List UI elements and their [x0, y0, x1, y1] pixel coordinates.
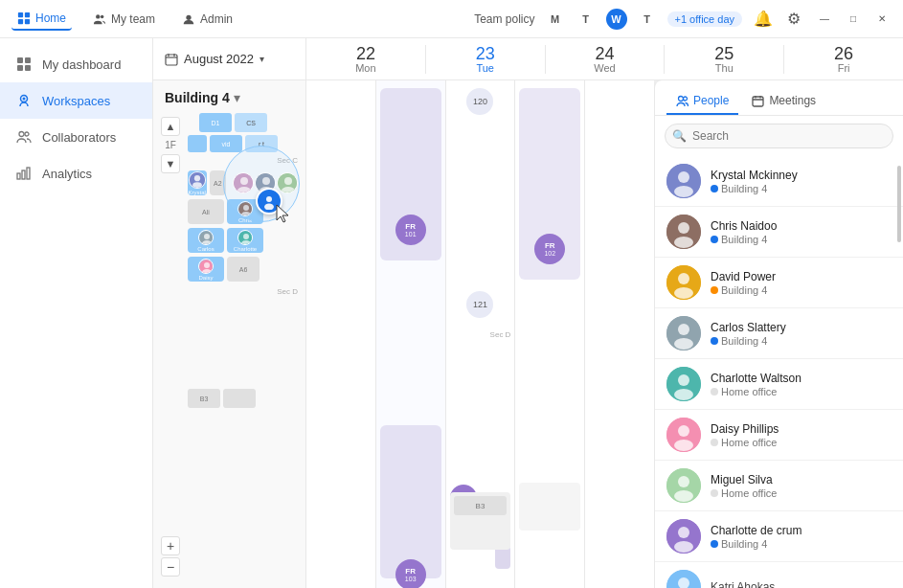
desk-charlotte[interactable]: Charlotte: [227, 228, 263, 253]
desk-section-25-b: [519, 483, 580, 531]
floor-up-btn[interactable]: ▲: [161, 117, 180, 136]
person-item-carlos[interactable]: Carlos Slattery Building 4: [655, 308, 903, 359]
person-item-david[interactable]: David Power Building 4: [655, 258, 903, 308]
person-item-daisy[interactable]: Daisy Phillips Home office: [655, 410, 903, 461]
room-fr-23-b[interactable]: FR 103: [395, 559, 426, 588]
avatar-krystal: [666, 164, 701, 198]
person-item-chris[interactable]: Chris Naidoo Building 4: [655, 207, 903, 258]
location-dot-home: [711, 388, 718, 396]
top-navigation: Home My team Admin Team policy M T W T +…: [0, 0, 903, 38]
calendar-month-selector[interactable]: August 2022 ▾: [153, 38, 306, 79]
sidebar-item-collaborators[interactable]: Collaborators: [0, 119, 152, 155]
plus-office-btn[interactable]: +1 office day: [667, 11, 742, 27]
maximize-btn[interactable]: □: [844, 10, 863, 29]
notification-icon[interactable]: 🔔: [752, 8, 775, 31]
minimize-btn[interactable]: —: [815, 10, 834, 29]
top-nav-center: Team policy M T W T +1 office day 🔔 ⚙ — …: [474, 8, 892, 31]
zoom-out-btn[interactable]: −: [161, 557, 180, 577]
room-fr-23[interactable]: FR 101: [395, 215, 426, 245]
people-panel: People Meetings 🔍: [654, 80, 903, 588]
desk-krystal[interactable]: Krystal: [188, 170, 207, 195]
svg-point-53: [684, 97, 688, 101]
desk-cell[interactable]: CS: [235, 113, 267, 132]
sidebar-item-analytics[interactable]: Analytics: [0, 155, 152, 192]
svg-point-35: [266, 196, 272, 202]
location-dot: [711, 185, 718, 192]
svg-rect-9: [17, 65, 23, 71]
svg-point-69: [674, 338, 693, 350]
svg-point-32: [284, 177, 292, 185]
svg-point-60: [674, 186, 693, 197]
svg-point-71: [678, 374, 689, 386]
svg-point-72: [674, 389, 693, 400]
nav-tab-admin[interactable]: Admin: [176, 9, 238, 30]
svg-point-78: [674, 490, 693, 502]
tab-meetings[interactable]: Meetings: [742, 88, 825, 115]
svg-point-6: [186, 14, 191, 19]
desk-cell[interactable]: vid: [210, 135, 242, 152]
room-fr-25[interactable]: FR 102: [534, 234, 565, 264]
desk-cell[interactable]: D1: [199, 113, 232, 132]
person-item-miguel[interactable]: Miguel Silva Home office: [655, 461, 903, 511]
day-btn-m[interactable]: M: [545, 9, 566, 30]
floor-label: 1F: [161, 138, 180, 152]
tab-people[interactable]: People: [666, 88, 738, 115]
desk-carlos[interactable]: Carlos: [188, 228, 224, 253]
svg-rect-0: [18, 11, 23, 16]
desk-bottom-2[interactable]: [223, 389, 256, 408]
svg-point-47: [204, 262, 210, 268]
svg-rect-1: [25, 11, 30, 16]
location-dot: [711, 236, 718, 243]
main-layout: My dashboard Workspaces Collaborators An…: [0, 38, 903, 588]
person-item-katri[interactable]: Katri Ahokas: [655, 562, 903, 588]
dashboard-icon: [15, 56, 33, 73]
sidebar: My dashboard Workspaces Collaborators An…: [0, 38, 153, 588]
svg-point-68: [678, 324, 689, 335]
person-item-charlotte-c[interactable]: Charlotte de crum Building 4: [655, 511, 903, 562]
svg-point-24: [192, 182, 202, 188]
month-dropdown-arrow: ▾: [260, 54, 264, 64]
nav-icons: 🔔 ⚙: [752, 8, 805, 31]
home-icon: [17, 11, 31, 25]
svg-point-26: [240, 177, 248, 185]
desk-daisy[interactable]: Daisy: [188, 257, 224, 282]
day-btn-w[interactable]: W: [606, 9, 627, 30]
person-info-daisy: Daisy Phillips Home office: [711, 422, 892, 448]
location-dot-home: [711, 489, 718, 497]
people-list: Krystal Mckinney Building 4: [655, 156, 903, 588]
desk-cell[interactable]: [188, 135, 207, 152]
desk-ali[interactable]: Ali: [188, 199, 224, 224]
nav-tab-home[interactable]: Home: [11, 8, 72, 31]
people-search-input[interactable]: [665, 124, 893, 148]
svg-point-75: [674, 440, 693, 451]
day-btn-t2[interactable]: T: [637, 9, 658, 30]
nav-tab-myteam[interactable]: My team: [87, 9, 161, 30]
desk-bottom-1[interactable]: B3: [188, 389, 220, 408]
svg-point-66: [674, 287, 693, 299]
day-btn-t[interactable]: T: [576, 9, 597, 30]
person-item-charlotte-w[interactable]: Charlotte Waltson Home office: [655, 359, 903, 410]
svg-rect-8: [25, 57, 31, 63]
person-item-krystal[interactable]: Krystal Mckinney Building 4: [655, 156, 903, 207]
avatar-katri: [666, 570, 701, 588]
day-col-header-26: 26 Fri: [784, 45, 903, 74]
calendar-icon: [165, 53, 178, 66]
avatar-person1: [233, 172, 254, 193]
close-btn[interactable]: ✕: [872, 10, 892, 29]
person-info-krystal: Krystal Mckinney Building 4: [711, 169, 892, 194]
sidebar-item-workspaces[interactable]: Workspaces: [0, 82, 152, 119]
calendar-grid: Building 4 ▾ ▲ 1F ▼: [153, 80, 903, 588]
svg-point-44: [243, 234, 249, 239]
svg-rect-3: [25, 18, 30, 23]
sidebar-item-dashboard[interactable]: My dashboard: [0, 46, 152, 82]
content-area: August 2022 ▾ 22 Mon 23 Tue: [153, 38, 903, 588]
desk-a6[interactable]: A6: [227, 257, 260, 282]
zoom-in-btn[interactable]: +: [161, 536, 180, 555]
avatar-carlos: [666, 316, 701, 351]
svg-point-65: [678, 273, 689, 284]
floor-down-btn[interactable]: ▼: [161, 154, 180, 173]
svg-rect-15: [17, 173, 20, 179]
section-sec-d-label: Sec D: [490, 330, 511, 339]
settings-icon[interactable]: ⚙: [782, 8, 805, 31]
section-label-d: Sec D: [188, 287, 298, 296]
